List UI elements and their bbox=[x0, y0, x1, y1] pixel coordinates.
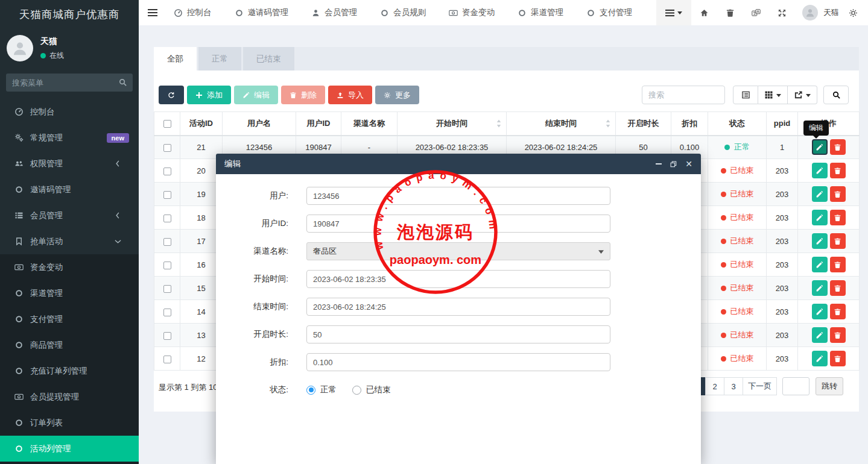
row-checkbox[interactable] bbox=[163, 191, 171, 199]
refresh-button[interactable] bbox=[159, 86, 184, 104]
status-radio-1[interactable]: 已结束 bbox=[352, 384, 391, 395]
row-edit-button[interactable] bbox=[812, 327, 828, 343]
columns-button[interactable] bbox=[758, 86, 788, 104]
add-button[interactable]: 添加 bbox=[187, 86, 231, 104]
navbar-avatar[interactable] bbox=[802, 5, 818, 20]
navbar-username[interactable]: 天猫 bbox=[823, 7, 839, 18]
search-icon[interactable] bbox=[118, 78, 127, 87]
sidebar-subitem-channel[interactable]: 渠道管理 bbox=[0, 280, 139, 306]
channel-select[interactable]: 奢品区 bbox=[306, 242, 610, 260]
row-checkbox[interactable] bbox=[163, 309, 171, 316]
page-button[interactable]: 3 bbox=[724, 377, 743, 395]
row-delete-button[interactable] bbox=[830, 351, 846, 366]
person-icon bbox=[311, 8, 320, 17]
table-search-input[interactable] bbox=[642, 86, 725, 104]
row-delete-button[interactable] bbox=[830, 186, 846, 202]
row-edit-button[interactable] bbox=[812, 257, 828, 272]
row-delete-button[interactable] bbox=[830, 139, 846, 155]
sidebar-item-grab-activity[interactable]: 抢单活动 bbox=[0, 228, 139, 254]
user-id-input[interactable] bbox=[306, 215, 610, 233]
fullscreen-icon[interactable] bbox=[769, 8, 795, 17]
tab-2[interactable]: 已结束 bbox=[243, 47, 294, 71]
delete-button[interactable]: 删除 bbox=[281, 86, 325, 104]
discount-input[interactable] bbox=[306, 353, 610, 371]
sidebar-subitem-withdraw[interactable]: 会员提现管理 bbox=[0, 384, 139, 410]
trash-icon[interactable] bbox=[717, 8, 743, 17]
modal-header[interactable]: 编辑 ✕ bbox=[216, 154, 701, 174]
sidebar-subitem-payment[interactable]: 支付管理 bbox=[0, 306, 139, 332]
page-button[interactable]: 下一页 bbox=[743, 377, 777, 395]
sidebar-item-member[interactable]: 会员管理 bbox=[0, 202, 139, 228]
sidebar-subitem-funds[interactable]: 资金变动 bbox=[0, 254, 139, 280]
nav-item-invite-code[interactable]: 邀请码管理 bbox=[235, 7, 289, 18]
hamburger-icon[interactable] bbox=[139, 8, 166, 17]
row-edit-button[interactable] bbox=[812, 280, 828, 296]
sidebar-item-general[interactable]: 常规管理new bbox=[0, 125, 139, 151]
maximize-icon[interactable] bbox=[670, 161, 677, 168]
row-edit-button[interactable] bbox=[812, 139, 828, 155]
row-delete-button[interactable] bbox=[830, 210, 846, 225]
translate-icon[interactable] bbox=[743, 8, 769, 17]
user-input[interactable] bbox=[306, 187, 610, 205]
row-edit-button[interactable] bbox=[812, 210, 828, 225]
row-delete-button[interactable] bbox=[830, 257, 846, 272]
minimize-icon[interactable] bbox=[656, 163, 662, 165]
edit-button[interactable]: 编辑 bbox=[234, 86, 278, 104]
row-edit-button[interactable] bbox=[812, 351, 828, 366]
detail-view-button[interactable] bbox=[733, 86, 758, 104]
row-edit-button[interactable] bbox=[812, 163, 828, 178]
sort-icon[interactable] bbox=[606, 119, 610, 127]
gear-icon[interactable] bbox=[849, 8, 868, 17]
jump-page-input[interactable] bbox=[782, 377, 809, 395]
more-button[interactable]: 更多 bbox=[375, 86, 419, 104]
jump-button[interactable]: 跳转 bbox=[816, 377, 843, 395]
sidebar-item-invite-code[interactable]: 邀请码管理 bbox=[0, 177, 139, 202]
row-edit-button[interactable] bbox=[812, 304, 828, 319]
status-radio-0[interactable]: 正常 bbox=[306, 384, 337, 395]
page-button[interactable]: 2 bbox=[705, 377, 724, 395]
col-header[interactable]: 开始时间 bbox=[398, 112, 507, 136]
tab-0[interactable]: 全部 bbox=[154, 47, 197, 71]
start-time-input[interactable] bbox=[306, 270, 610, 288]
row-checkbox[interactable] bbox=[163, 144, 171, 152]
row-delete-button[interactable] bbox=[830, 233, 846, 249]
end-time-input[interactable] bbox=[306, 298, 610, 316]
row-edit-button[interactable] bbox=[812, 186, 828, 202]
row-checkbox[interactable] bbox=[163, 356, 171, 363]
duration-input[interactable] bbox=[306, 325, 610, 343]
row-edit-button[interactable] bbox=[812, 233, 828, 249]
tab-1[interactable]: 正常 bbox=[198, 47, 241, 71]
sidebar-search-input[interactable] bbox=[6, 74, 133, 92]
row-checkbox[interactable] bbox=[163, 238, 171, 246]
nav-item-funds[interactable]: 资金变动 bbox=[449, 7, 495, 18]
row-delete-button[interactable] bbox=[830, 304, 846, 319]
sidebar-subitem-activity-list[interactable]: 活动列管理 bbox=[0, 436, 139, 462]
sidebar-item-permission[interactable]: 权限管理 bbox=[0, 151, 139, 177]
search-button[interactable] bbox=[823, 86, 849, 104]
row-checkbox[interactable] bbox=[163, 285, 171, 293]
select-all-checkbox[interactable] bbox=[163, 120, 171, 128]
nav-item-member[interactable]: 会员管理 bbox=[311, 7, 357, 18]
nav-item-dashboard[interactable]: 控制台 bbox=[174, 7, 212, 18]
nav-item-payment[interactable]: 支付管理 bbox=[586, 7, 632, 18]
col-header[interactable]: 结束时间 bbox=[507, 112, 616, 136]
row-checkbox[interactable] bbox=[163, 262, 171, 269]
sidebar-subitem-goods[interactable]: 商品管理 bbox=[0, 332, 139, 358]
nav-item-member-rules[interactable]: 会员规则 bbox=[380, 7, 426, 18]
row-delete-button[interactable] bbox=[830, 280, 846, 296]
sidebar-subitem-recharge-orders[interactable]: 充值订单列管理 bbox=[0, 358, 139, 384]
sidebar-item-dashboard[interactable]: 控制台 bbox=[0, 99, 139, 125]
menu-dropdown-button[interactable] bbox=[656, 0, 691, 25]
row-checkbox[interactable] bbox=[163, 168, 171, 175]
row-checkbox[interactable] bbox=[163, 215, 171, 222]
nav-item-channel[interactable]: 渠道管理 bbox=[518, 7, 563, 18]
close-icon[interactable]: ✕ bbox=[685, 160, 692, 168]
sort-icon[interactable] bbox=[496, 119, 501, 127]
export-button[interactable] bbox=[788, 86, 817, 104]
sidebar-subitem-order-list[interactable]: 订单列表 bbox=[0, 410, 139, 436]
import-button[interactable]: 导入 bbox=[328, 86, 372, 104]
row-delete-button[interactable] bbox=[830, 327, 846, 343]
home-icon[interactable] bbox=[691, 8, 717, 17]
row-delete-button[interactable] bbox=[830, 163, 846, 178]
row-checkbox[interactable] bbox=[163, 332, 171, 340]
